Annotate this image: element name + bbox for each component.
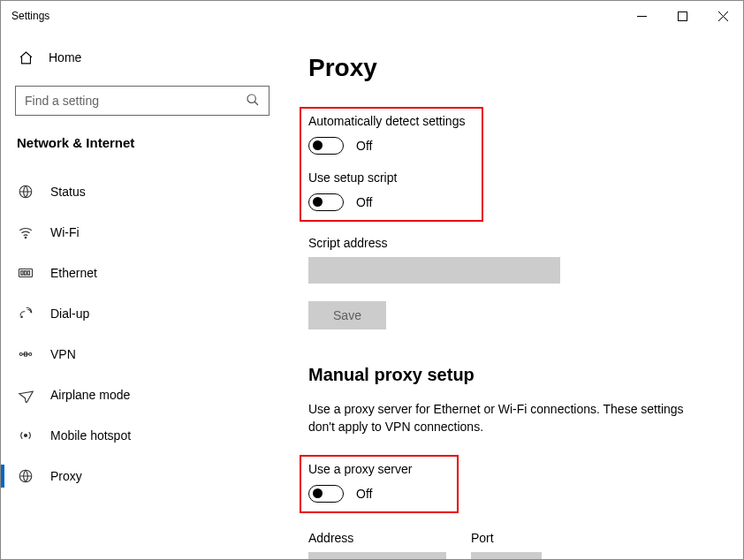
sidebar-item-label: Airplane mode bbox=[50, 388, 130, 402]
proxy-icon bbox=[17, 468, 34, 484]
auto-detect-label: Automatically detect settings bbox=[308, 114, 473, 128]
minimize-button[interactable] bbox=[621, 1, 662, 31]
home-link[interactable]: Home bbox=[1, 40, 284, 75]
script-address-label: Script address bbox=[308, 236, 718, 250]
page-title: Proxy bbox=[308, 54, 718, 82]
port-input[interactable] bbox=[471, 552, 542, 559]
sidebar-item-label: Status bbox=[50, 185, 86, 199]
ethernet-icon bbox=[17, 265, 34, 281]
svg-point-12 bbox=[21, 316, 23, 318]
sidebar-item-label: Wi-Fi bbox=[50, 225, 80, 239]
address-input[interactable] bbox=[308, 552, 446, 559]
hotspot-icon bbox=[17, 428, 34, 443]
setting-auto-detect: Automatically detect settings Off bbox=[308, 114, 473, 155]
use-proxy-state: Off bbox=[356, 487, 372, 501]
svg-rect-9 bbox=[21, 271, 23, 276]
auto-detect-toggle[interactable] bbox=[308, 137, 344, 155]
home-icon bbox=[17, 50, 34, 65]
nav-list: Status Wi-Fi Ethernet bbox=[1, 171, 284, 496]
auto-detect-state: Off bbox=[356, 139, 372, 153]
svg-rect-10 bbox=[25, 271, 27, 276]
svg-point-7 bbox=[25, 237, 27, 238]
sidebar-item-label: Proxy bbox=[50, 469, 82, 483]
sidebar-item-status[interactable]: Status bbox=[1, 171, 284, 212]
sidebar-section-header: Network & Internet bbox=[1, 116, 284, 159]
setup-script-state: Off bbox=[356, 195, 372, 209]
sidebar-item-label: VPN bbox=[50, 347, 76, 361]
sidebar-item-label: Mobile hotspot bbox=[50, 428, 131, 443]
svg-line-5 bbox=[254, 102, 258, 105]
airplane-icon bbox=[17, 387, 34, 403]
search-input[interactable] bbox=[25, 94, 246, 108]
save-button[interactable]: Save bbox=[308, 301, 386, 329]
setup-script-toggle[interactable] bbox=[308, 193, 344, 211]
status-icon bbox=[17, 184, 34, 200]
sidebar-item-proxy[interactable]: Proxy bbox=[1, 456, 284, 496]
close-button[interactable] bbox=[702, 1, 743, 31]
sidebar-item-vpn[interactable]: VPN bbox=[1, 334, 284, 375]
svg-rect-11 bbox=[27, 271, 29, 276]
window-title: Settings bbox=[11, 10, 49, 22]
window-buttons bbox=[621, 1, 743, 31]
search-box[interactable] bbox=[15, 86, 270, 116]
svg-rect-1 bbox=[678, 11, 687, 20]
sidebar-item-wifi[interactable]: Wi-Fi bbox=[1, 212, 284, 253]
svg-point-13 bbox=[19, 353, 22, 356]
script-address-input[interactable] bbox=[308, 257, 560, 284]
svg-point-4 bbox=[247, 95, 255, 102]
sidebar-item-label: Ethernet bbox=[50, 266, 97, 280]
dialup-icon bbox=[17, 306, 34, 322]
save-button-label: Save bbox=[333, 308, 361, 322]
highlight-use-proxy: Use a proxy server Off bbox=[300, 455, 459, 513]
home-label: Home bbox=[49, 50, 81, 64]
setting-setup-script: Use setup script Off bbox=[308, 170, 473, 211]
sidebar: Home Network & Internet Status bbox=[1, 31, 284, 559]
manual-section-title: Manual proxy setup bbox=[308, 365, 718, 385]
search-icon bbox=[246, 93, 260, 110]
sidebar-item-label: Dial-up bbox=[50, 306, 89, 321]
manual-section-desc: Use a proxy server for Ethernet or Wi-Fi… bbox=[308, 401, 697, 435]
setup-script-label: Use setup script bbox=[308, 170, 473, 185]
sidebar-item-dialup[interactable]: Dial-up bbox=[1, 293, 284, 334]
port-label: Port bbox=[471, 531, 542, 545]
svg-point-16 bbox=[25, 435, 27, 437]
use-proxy-toggle[interactable] bbox=[308, 485, 344, 503]
use-proxy-label: Use a proxy server bbox=[308, 462, 448, 476]
wifi-icon bbox=[17, 224, 34, 240]
titlebar: Settings bbox=[1, 1, 743, 31]
sidebar-item-airplane[interactable]: Airplane mode bbox=[1, 375, 284, 415]
settings-window: Settings Home bbox=[0, 0, 744, 560]
vpn-icon bbox=[17, 346, 34, 362]
address-label: Address bbox=[308, 531, 446, 545]
svg-point-14 bbox=[29, 353, 32, 356]
highlight-auto-section: Automatically detect settings Off Use se… bbox=[300, 107, 483, 222]
sidebar-item-hotspot[interactable]: Mobile hotspot bbox=[1, 415, 284, 456]
content-pane: Proxy Automatically detect settings Off … bbox=[284, 31, 743, 559]
sidebar-item-ethernet[interactable]: Ethernet bbox=[1, 253, 284, 293]
maximize-button[interactable] bbox=[662, 1, 702, 31]
